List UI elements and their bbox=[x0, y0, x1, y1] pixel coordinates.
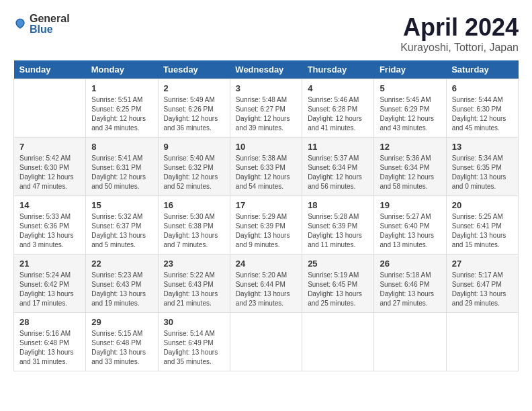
calendar-cell bbox=[374, 313, 446, 371]
calendar-cell: 17Sunrise: 5:29 AMSunset: 6:39 PMDayligh… bbox=[230, 196, 302, 255]
calendar-cell bbox=[14, 79, 86, 138]
day-number: 1 bbox=[91, 83, 152, 93]
calendar-cell: 28Sunrise: 5:16 AMSunset: 6:48 PMDayligh… bbox=[14, 313, 86, 371]
calendar-cell: 11Sunrise: 5:37 AMSunset: 6:34 PMDayligh… bbox=[302, 138, 374, 196]
calendar-cell: 13Sunrise: 5:34 AMSunset: 6:35 PMDayligh… bbox=[446, 138, 518, 196]
day-number: 8 bbox=[91, 142, 152, 152]
calendar-cell: 14Sunrise: 5:33 AMSunset: 6:36 PMDayligh… bbox=[14, 196, 86, 255]
week-row-5: 28Sunrise: 5:16 AMSunset: 6:48 PMDayligh… bbox=[14, 313, 519, 371]
week-row-1: 1Sunrise: 5:51 AMSunset: 6:25 PMDaylight… bbox=[14, 79, 519, 138]
day-number: 28 bbox=[19, 317, 80, 327]
calendar-cell: 30Sunrise: 5:14 AMSunset: 6:49 PMDayligh… bbox=[158, 313, 230, 371]
calendar-cell: 19Sunrise: 5:27 AMSunset: 6:40 PMDayligh… bbox=[374, 196, 446, 255]
day-info: Sunrise: 5:30 AMSunset: 6:38 PMDaylight:… bbox=[164, 212, 224, 250]
day-number: 7 bbox=[19, 142, 80, 152]
day-number: 3 bbox=[236, 83, 296, 93]
day-info: Sunrise: 5:40 AMSunset: 6:32 PMDaylight:… bbox=[164, 154, 224, 191]
day-number: 11 bbox=[308, 142, 368, 152]
logo-icon bbox=[13, 17, 27, 31]
day-number: 19 bbox=[380, 200, 440, 210]
day-number: 10 bbox=[236, 142, 296, 152]
day-number: 14 bbox=[19, 200, 80, 210]
weekday-header-saturday: Saturday bbox=[446, 60, 518, 79]
weekday-header-wednesday: Wednesday bbox=[230, 60, 302, 79]
weekday-header-thursday: Thursday bbox=[302, 60, 374, 79]
day-info: Sunrise: 5:16 AMSunset: 6:48 PMDaylight:… bbox=[19, 329, 80, 367]
day-info: Sunrise: 5:29 AMSunset: 6:39 PMDaylight:… bbox=[236, 212, 296, 250]
day-number: 22 bbox=[91, 259, 152, 269]
calendar-cell: 16Sunrise: 5:30 AMSunset: 6:38 PMDayligh… bbox=[158, 196, 230, 255]
weekday-header-friday: Friday bbox=[374, 60, 446, 79]
week-row-3: 14Sunrise: 5:33 AMSunset: 6:36 PMDayligh… bbox=[14, 196, 519, 255]
day-info: Sunrise: 5:45 AMSunset: 6:29 PMDaylight:… bbox=[380, 95, 440, 133]
day-info: Sunrise: 5:48 AMSunset: 6:27 PMDaylight:… bbox=[236, 95, 296, 133]
logo: General Blue bbox=[13, 13, 70, 35]
calendar-cell: 3Sunrise: 5:48 AMSunset: 6:27 PMDaylight… bbox=[230, 79, 302, 138]
day-number: 17 bbox=[236, 200, 296, 210]
day-number: 25 bbox=[308, 259, 368, 269]
day-info: Sunrise: 5:33 AMSunset: 6:36 PMDaylight:… bbox=[19, 212, 80, 250]
day-info: Sunrise: 5:37 AMSunset: 6:34 PMDaylight:… bbox=[308, 154, 368, 191]
calendar-table: SundayMondayTuesdayWednesdayThursdayFrid… bbox=[13, 60, 519, 371]
calendar-cell: 2Sunrise: 5:49 AMSunset: 6:26 PMDaylight… bbox=[158, 79, 230, 138]
day-number: 23 bbox=[164, 259, 224, 269]
title-area: April 2024 Kurayoshi, Tottori, Japan bbox=[400, 13, 519, 54]
day-info: Sunrise: 5:18 AMSunset: 6:46 PMDaylight:… bbox=[380, 271, 440, 308]
day-number: 6 bbox=[452, 83, 513, 93]
day-info: Sunrise: 5:38 AMSunset: 6:33 PMDaylight:… bbox=[236, 154, 296, 191]
day-number: 27 bbox=[452, 259, 513, 269]
day-info: Sunrise: 5:27 AMSunset: 6:40 PMDaylight:… bbox=[380, 212, 440, 250]
logo-text: General Blue bbox=[30, 13, 70, 35]
day-info: Sunrise: 5:36 AMSunset: 6:34 PMDaylight:… bbox=[380, 154, 440, 191]
day-info: Sunrise: 5:44 AMSunset: 6:30 PMDaylight:… bbox=[452, 95, 513, 133]
day-info: Sunrise: 5:15 AMSunset: 6:48 PMDaylight:… bbox=[91, 329, 152, 367]
day-info: Sunrise: 5:20 AMSunset: 6:44 PMDaylight:… bbox=[236, 271, 296, 308]
calendar-cell: 5Sunrise: 5:45 AMSunset: 6:29 PMDaylight… bbox=[374, 79, 446, 138]
day-number: 26 bbox=[380, 259, 440, 269]
logo-blue-text: Blue bbox=[30, 24, 70, 35]
header: General Blue April 2024 Kurayoshi, Totto… bbox=[13, 13, 519, 54]
weekday-header-sunday: Sunday bbox=[14, 60, 86, 79]
calendar-cell: 18Sunrise: 5:28 AMSunset: 6:39 PMDayligh… bbox=[302, 196, 374, 255]
day-number: 13 bbox=[452, 142, 513, 152]
weekday-header-tuesday: Tuesday bbox=[158, 60, 230, 79]
week-row-2: 7Sunrise: 5:42 AMSunset: 6:30 PMDaylight… bbox=[14, 138, 519, 196]
day-number: 12 bbox=[380, 142, 440, 152]
calendar-cell bbox=[230, 313, 302, 371]
day-info: Sunrise: 5:51 AMSunset: 6:25 PMDaylight:… bbox=[91, 95, 152, 133]
calendar-cell: 9Sunrise: 5:40 AMSunset: 6:32 PMDaylight… bbox=[158, 138, 230, 196]
calendar-cell: 15Sunrise: 5:32 AMSunset: 6:37 PMDayligh… bbox=[86, 196, 158, 255]
day-number: 9 bbox=[164, 142, 224, 152]
day-number: 4 bbox=[308, 83, 368, 93]
day-info: Sunrise: 5:14 AMSunset: 6:49 PMDaylight:… bbox=[164, 329, 224, 367]
calendar-cell bbox=[446, 313, 518, 371]
calendar-cell: 6Sunrise: 5:44 AMSunset: 6:30 PMDaylight… bbox=[446, 79, 518, 138]
calendar-cell: 4Sunrise: 5:46 AMSunset: 6:28 PMDaylight… bbox=[302, 79, 374, 138]
day-info: Sunrise: 5:19 AMSunset: 6:45 PMDaylight:… bbox=[308, 271, 368, 308]
calendar-cell: 23Sunrise: 5:22 AMSunset: 6:43 PMDayligh… bbox=[158, 255, 230, 313]
calendar-cell: 1Sunrise: 5:51 AMSunset: 6:25 PMDaylight… bbox=[86, 79, 158, 138]
calendar-cell: 12Sunrise: 5:36 AMSunset: 6:34 PMDayligh… bbox=[374, 138, 446, 196]
weekday-header-monday: Monday bbox=[86, 60, 158, 79]
day-info: Sunrise: 5:49 AMSunset: 6:26 PMDaylight:… bbox=[164, 95, 224, 133]
day-number: 24 bbox=[236, 259, 296, 269]
day-number: 5 bbox=[380, 83, 440, 93]
calendar-cell: 29Sunrise: 5:15 AMSunset: 6:48 PMDayligh… bbox=[86, 313, 158, 371]
calendar-cell: 20Sunrise: 5:25 AMSunset: 6:41 PMDayligh… bbox=[446, 196, 518, 255]
day-number: 15 bbox=[91, 200, 152, 210]
calendar-cell: 7Sunrise: 5:42 AMSunset: 6:30 PMDaylight… bbox=[14, 138, 86, 196]
weekday-header-row: SundayMondayTuesdayWednesdayThursdayFrid… bbox=[14, 60, 519, 79]
week-row-4: 21Sunrise: 5:24 AMSunset: 6:42 PMDayligh… bbox=[14, 255, 519, 313]
day-info: Sunrise: 5:46 AMSunset: 6:28 PMDaylight:… bbox=[308, 95, 368, 133]
calendar-cell: 24Sunrise: 5:20 AMSunset: 6:44 PMDayligh… bbox=[230, 255, 302, 313]
day-number: 30 bbox=[164, 317, 224, 327]
subtitle: Kurayoshi, Tottori, Japan bbox=[400, 42, 519, 54]
day-number: 20 bbox=[452, 200, 513, 210]
calendar-cell: 21Sunrise: 5:24 AMSunset: 6:42 PMDayligh… bbox=[14, 255, 86, 313]
calendar-cell: 25Sunrise: 5:19 AMSunset: 6:45 PMDayligh… bbox=[302, 255, 374, 313]
calendar-cell: 27Sunrise: 5:17 AMSunset: 6:47 PMDayligh… bbox=[446, 255, 518, 313]
day-number: 18 bbox=[308, 200, 368, 210]
calendar-cell: 10Sunrise: 5:38 AMSunset: 6:33 PMDayligh… bbox=[230, 138, 302, 196]
day-info: Sunrise: 5:25 AMSunset: 6:41 PMDaylight:… bbox=[452, 212, 513, 250]
day-number: 21 bbox=[19, 259, 80, 269]
